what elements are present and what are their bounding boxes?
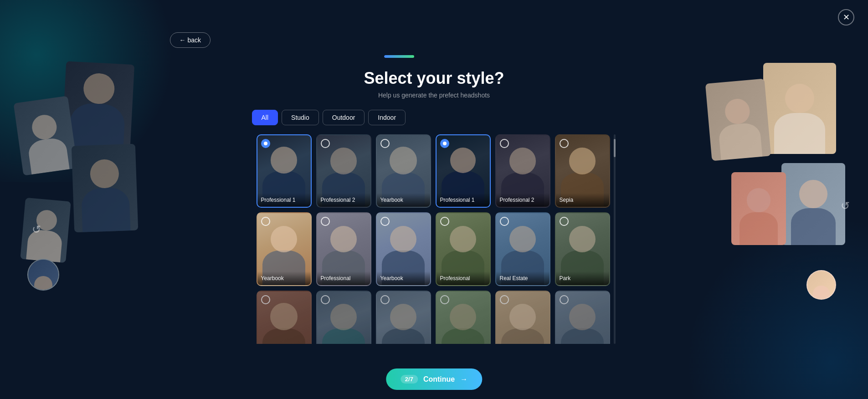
radio-10 xyxy=(440,217,449,226)
page-title: Select your style? xyxy=(364,69,504,88)
card-label-4: Professional 1 xyxy=(437,193,490,207)
radio-12 xyxy=(560,217,569,226)
radio-2 xyxy=(321,139,330,148)
radio-7 xyxy=(261,217,270,226)
left-photo-3 xyxy=(72,144,139,233)
card-label-2: Professional 2 xyxy=(317,193,370,207)
radio-14 xyxy=(321,295,330,304)
radio-13 xyxy=(261,295,270,304)
bg-gradient-bottom-right xyxy=(686,217,868,399)
filter-tab-all[interactable]: All xyxy=(252,110,278,125)
style-card-5[interactable]: Professional 2 xyxy=(495,134,550,208)
radio-18 xyxy=(560,295,569,304)
left-photo-2 xyxy=(62,61,134,156)
style-card-9[interactable]: Yearbook xyxy=(376,212,431,286)
radio-17 xyxy=(500,295,509,304)
style-card-12[interactable]: Park xyxy=(555,212,610,286)
radio-5 xyxy=(500,139,509,148)
card-label-9: Yearbook xyxy=(377,271,430,285)
radio-16 xyxy=(440,295,449,304)
close-button[interactable]: ✕ xyxy=(838,9,854,26)
filter-tab-outdoor[interactable]: Outdoor xyxy=(323,110,365,125)
style-card-13[interactable]: Yearbook xyxy=(257,291,312,344)
left-photo-collage: ↺ xyxy=(18,63,173,336)
styles-grid: Professional 1 Professional 2 Yearbook xyxy=(257,134,612,344)
left-arrow-icon: ↺ xyxy=(32,223,41,236)
continue-arrow: → xyxy=(460,375,467,384)
right-photo-4 xyxy=(731,172,786,245)
radio-6 xyxy=(560,139,569,148)
style-card-8[interactable]: Professional xyxy=(316,212,371,286)
radio-11 xyxy=(500,217,509,226)
radio-selected-1 xyxy=(261,139,270,148)
right-arrow-icon: ↺ xyxy=(841,200,850,212)
card-label-10: Professional xyxy=(437,271,490,285)
radio-3 xyxy=(380,139,390,148)
right-photo-3 xyxy=(781,163,845,245)
left-photo-1 xyxy=(13,96,77,175)
card-label-11: Real Estate xyxy=(496,271,550,285)
scrollbar-track xyxy=(614,134,616,344)
radio-selected-4 xyxy=(440,139,449,148)
progress-fill xyxy=(384,55,414,58)
style-card-1[interactable]: Professional 1 xyxy=(257,134,312,208)
continue-button[interactable]: 2/7 Continue → xyxy=(386,368,482,390)
radio-9 xyxy=(380,217,390,226)
continue-badge: 2/7 xyxy=(401,375,418,384)
grid-scroll-area: Professional 1 Professional 2 Yearbook xyxy=(257,134,612,344)
style-card-18[interactable]: Beach xyxy=(555,291,610,344)
style-card-16[interactable]: Outdoor xyxy=(436,291,491,344)
card-label-7: Yearbook xyxy=(257,271,311,285)
left-photo-4 xyxy=(20,198,71,263)
card-label-8: Professional xyxy=(317,271,370,285)
style-card-10[interactable]: Professional xyxy=(436,212,491,286)
radio-15 xyxy=(380,295,390,304)
progress-bar xyxy=(384,55,484,58)
style-card-7[interactable]: Yearbook xyxy=(257,212,312,286)
right-photo-collage: ↺ xyxy=(695,63,850,336)
right-photo-2 xyxy=(705,79,771,161)
card-label-12: Park xyxy=(556,271,609,285)
style-card-6[interactable]: Sepia xyxy=(555,134,610,208)
back-button[interactable]: ← back xyxy=(170,32,211,48)
style-card-3[interactable]: Yearbook xyxy=(376,134,431,208)
card-label-3: Yearbook xyxy=(377,193,430,207)
card-label-6: Sepia xyxy=(556,193,609,207)
right-photo-1 xyxy=(763,63,836,154)
bg-gradient-top-left xyxy=(0,0,182,182)
style-card-15[interactable]: Yearbook xyxy=(376,291,431,344)
page-subtitle: Help us generate the prefect headshots xyxy=(378,92,490,99)
card-label-5: Professional 2 xyxy=(496,193,550,207)
style-card-17[interactable]: Professional xyxy=(495,291,550,344)
card-label-1: Professional 1 xyxy=(257,193,311,207)
style-card-2[interactable]: Professional 2 xyxy=(316,134,371,208)
filter-tab-studio[interactable]: Studio xyxy=(282,110,319,125)
continue-label: Continue xyxy=(423,375,455,384)
style-card-14[interactable]: Professional xyxy=(316,291,371,344)
style-card-11[interactable]: Real Estate xyxy=(495,212,550,286)
right-avatar-circle xyxy=(806,270,836,300)
main-content: ← back Select your style? Help us genera… xyxy=(252,55,616,344)
scrollbar-thumb[interactable] xyxy=(614,139,616,157)
radio-8 xyxy=(321,217,330,226)
left-avatar-circle xyxy=(27,259,59,291)
style-card-4[interactable]: Professional 1 xyxy=(436,134,491,208)
filter-tabs: All Studio Outdoor Indoor xyxy=(252,110,406,125)
filter-tab-indoor[interactable]: Indoor xyxy=(368,110,406,125)
